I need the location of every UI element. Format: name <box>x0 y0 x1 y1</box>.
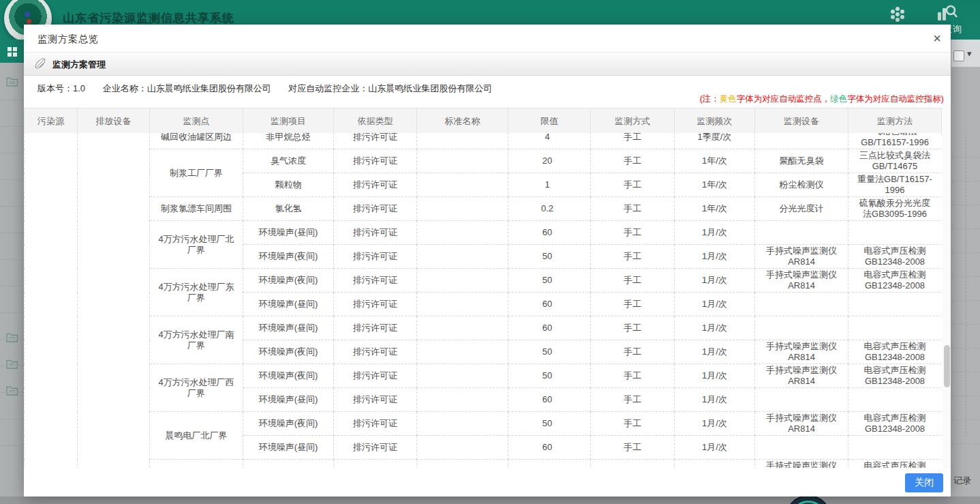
monitor-method-cell: 电容式声压检测 GB12348-2008 <box>848 340 942 364</box>
column-header-6: 限值 <box>508 108 591 135</box>
limit-value-cell: 60 <box>508 293 591 316</box>
monitor-mode-cell: 手工 <box>591 133 675 149</box>
monitor-point-cell: 4万方污水处理厂北厂界 <box>150 221 243 269</box>
monitor-frequency-cell <box>675 460 755 469</box>
column-header-4: 依据类型 <box>334 108 417 135</box>
background-grid-line <box>966 133 966 436</box>
monitor-point-cell: 制浆氯漂车间周围 <box>150 197 243 221</box>
monitor-method-cell <box>848 436 942 460</box>
query-search-icon[interactable] <box>936 3 958 22</box>
standard-name-cell <box>417 460 508 469</box>
pollution-source-cell <box>25 133 78 468</box>
background-grid-line <box>953 348 979 349</box>
limit-value-cell: 60 <box>508 388 591 412</box>
basis-type-cell: 排污许可证 <box>334 269 417 293</box>
auto-company-value: 山东晨鸣纸业集团股份有限公司 <box>368 83 492 93</box>
close-button[interactable]: 关闭 <box>905 473 943 492</box>
column-header-0: 污染源 <box>25 108 78 135</box>
basis-type-cell: 排污许可证 <box>334 245 417 269</box>
monitor-method-cell <box>848 316 942 340</box>
company-label: 企业名称： <box>103 83 147 93</box>
monitor-frequency-cell: 1月/次 <box>675 316 755 340</box>
sidebar <box>0 40 25 496</box>
standard-name-cell <box>417 388 508 412</box>
basis-type-cell: 排污许可证 <box>334 340 417 364</box>
monitor-item-cell: 氯化氢 <box>243 197 334 221</box>
monitor-frequency-cell: 1月/次 <box>675 364 755 388</box>
monitor-device-cell <box>755 221 848 245</box>
apps-grid-icon[interactable] <box>889 5 906 23</box>
monitor-mode-cell <box>591 460 675 469</box>
table-row: 制浆工厂厂界臭气浓度排污许可证20手工1年/次聚酯无臭袋三点比较式臭袋法 GB/… <box>25 149 942 173</box>
column-header-10: 监测方法 <box>848 108 942 135</box>
limit-value-cell: 1 <box>508 173 591 197</box>
limit-value-cell: 60 <box>508 436 591 460</box>
monitor-point-cell: 4万方污水处理厂西厂界 <box>150 364 243 412</box>
basis-type-cell: 排污许可证 <box>334 316 417 340</box>
background-grid-line <box>953 205 979 205</box>
limit-value-cell: 50 <box>508 412 591 436</box>
limit-value-cell: 0.2 <box>508 197 591 221</box>
monitor-item-cell: 环境噪声(夜间) <box>243 269 334 293</box>
background-grid-line <box>953 181 979 181</box>
monitor-device-cell <box>755 133 848 149</box>
monitor-frequency-cell: 1月/次 <box>675 436 755 460</box>
monitor-frequency-cell: 1月/次 <box>675 412 755 436</box>
standard-name-cell <box>417 436 508 460</box>
standard-name-cell <box>417 269 508 293</box>
table-row: 4万方污水处理厂西厂界环境噪声(夜间)排污许可证50手工1月/次手持式噪声监测仪… <box>25 364 942 388</box>
discharge-equipment-cell <box>78 133 150 468</box>
standard-name-cell <box>417 173 508 197</box>
monitor-device-cell <box>755 293 848 316</box>
standard-name-cell <box>417 133 508 149</box>
version-value: 1.0 <box>73 83 85 93</box>
background-grid-line <box>953 228 979 229</box>
monitor-mode-cell: 手工 <box>591 388 675 412</box>
menu-grid-icon[interactable] <box>0 40 25 63</box>
sidebar-separator <box>0 100 25 100</box>
legend-note: (注：黄色字体为对应自动监控点，绿色字体为对应自动监控指标) <box>700 93 944 105</box>
monitor-method-cell <box>848 388 942 412</box>
monitoring-plan-modal: 监测方案总览 × 监测方案管理 版本号：1.0 企业名称：山东晨鸣纸业集团股份有… <box>24 25 951 496</box>
background-grid-line <box>953 443 979 444</box>
column-header-2: 监测点 <box>150 108 243 135</box>
monitor-device-cell <box>755 316 848 340</box>
standard-name-cell <box>417 197 508 221</box>
monitor-device-cell <box>755 436 848 460</box>
sidebar-folder-icon[interactable] <box>6 76 18 89</box>
monitor-method-cell: 电容式声压检测 GB12348-2008 <box>848 364 942 388</box>
monitor-item-cell: 颗粒物 <box>243 173 334 197</box>
sidebar-separator <box>0 233 25 233</box>
monitor-item-cell: 臭气浓度 <box>243 149 334 173</box>
grid-glyph-icon <box>7 47 12 51</box>
monitor-item-cell: 环境噪声(夜间) <box>243 245 334 269</box>
background-grid-line <box>953 372 979 372</box>
monitor-item-cell: 非甲烷总烃 <box>243 133 334 149</box>
sidebar-separator <box>0 445 25 446</box>
scrollbar-thumb[interactable] <box>944 345 950 387</box>
scrollbar-track[interactable] <box>943 104 951 468</box>
dropdown-caret-icon[interactable]: ▾ <box>967 48 972 59</box>
monitor-point-cell: 碱回收油罐区周边 <box>150 133 243 149</box>
note-prefix: (注： <box>700 94 720 104</box>
monitor-frequency-cell: 1月/次 <box>675 388 755 412</box>
monitor-mode-cell: 手工 <box>591 245 675 269</box>
monitor-item-cell: 环境噪声(夜间) <box>243 364 334 388</box>
record-count-text: 记录 <box>953 475 971 487</box>
note-middle: 字体为对应自动监控点， <box>737 94 831 104</box>
table-row: 4万方污水处理厂东厂界环境噪声(夜间)排污许可证50手工1月/次手持式噪声监测仪… <box>25 269 942 293</box>
page-size-box[interactable] <box>953 50 964 61</box>
standard-name-cell <box>417 149 508 173</box>
close-icon[interactable]: × <box>933 30 941 46</box>
monitor-point-cell <box>150 460 243 469</box>
standard-name-cell <box>417 364 508 388</box>
monitor-mode-cell: 手工 <box>591 269 675 293</box>
floating-widget-inner <box>791 501 826 504</box>
limit-value-cell: 50 <box>508 364 591 388</box>
limit-value-cell <box>508 460 591 469</box>
column-header-1: 排放设备 <box>78 108 150 135</box>
sidebar-separator <box>0 392 25 393</box>
app-title: 山东省污染源监测信息共享系统 <box>63 10 234 26</box>
plan-table-viewport[interactable]: 碱回收油罐区周边非甲烷总烃排污许可证4手工1季度/次气相色谱法 GB/T1615… <box>24 133 941 468</box>
monitor-item-cell: 环境噪声(夜间) <box>243 412 334 436</box>
